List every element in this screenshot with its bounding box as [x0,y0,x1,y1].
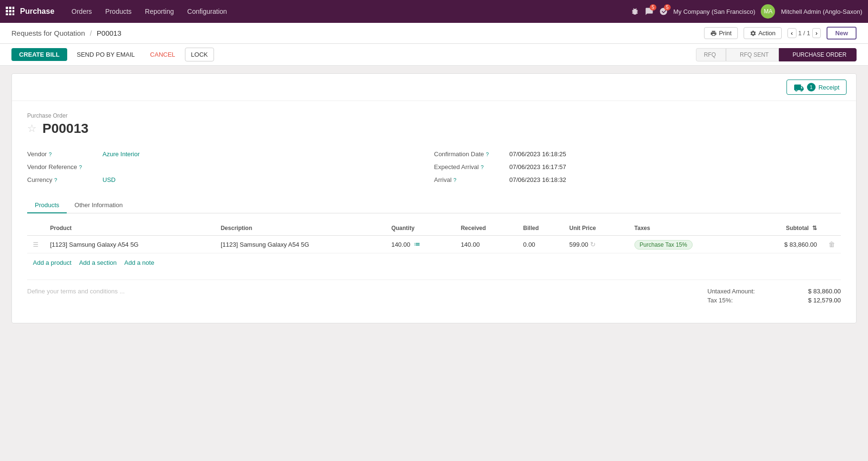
document-body: Purchase Order ☆ P00013 Vendor ? Azure I… [12,101,856,323]
status-rfq-sent[interactable]: RFQ SENT [726,48,779,61]
table-header-row: Product Description Quantity Received Bi… [27,221,841,236]
add-links: Add a product Add a section Add a note [27,253,841,272]
main-content: 1 Receipt Purchase Order ☆ P00013 [0,66,868,331]
col-product: Product [44,221,215,236]
next-record-button[interactable]: › [812,28,821,38]
tax-badge[interactable]: Purchase Tax 15% [634,240,693,250]
create-bill-button[interactable]: CREATE BILL [11,48,67,61]
vendor-value[interactable]: Azure Interior [102,150,140,158]
confirmation-date-row: Confirmation Date ? 07/06/2023 16:18:25 [434,148,841,160]
row-description[interactable]: [1123] Samsung Galaxy A54 5G [215,236,386,253]
svg-rect-4 [9,10,11,12]
record-navigation: ‹ 1 / 1 › [787,28,821,38]
svg-rect-2 [12,7,14,9]
document-title-row: ☆ P00013 [27,121,841,136]
tab-products[interactable]: Products [27,198,67,213]
send-po-email-button[interactable]: SEND PO BY EMAIL [71,48,141,61]
vendor-ref-label: Vendor Reference ? [27,163,99,170]
status-purchase-order[interactable]: PURCHASE ORDER [779,48,857,61]
add-product-link[interactable]: Add a product [33,259,71,266]
row-delete[interactable]: 🗑 [823,236,841,253]
user-avatar[interactable]: MA [761,4,775,19]
untaxed-value: $ 83,860.00 [808,288,841,295]
receipt-count: 1 [807,83,816,91]
prev-record-button[interactable]: ‹ [787,28,796,38]
arrival-label: Arrival ? [434,176,506,183]
nav-configuration[interactable]: Configuration [182,6,233,17]
expected-arrival-value: 07/06/2023 16:17:57 [510,163,566,170]
add-section-link[interactable]: Add a section [79,259,117,266]
row-received[interactable]: 140.00 [455,236,518,253]
record-position: 1 / 1 [798,30,810,37]
grid-icon[interactable] [6,7,14,17]
vendor-help-icon[interactable]: ? [49,151,51,157]
col-subtotal: Subtotal ⇅ [747,221,823,236]
vendor-ref-help-icon[interactable]: ? [79,164,82,170]
activity-icon-wrap[interactable]: 5 [659,7,668,16]
bug-icon-wrap[interactable] [631,7,639,16]
confirmation-date-help-icon[interactable]: ? [486,151,489,157]
status-rfq[interactable]: RFQ [696,48,726,61]
tabs: Products Other Information [27,198,841,213]
company-name[interactable]: My Company (San Francisco) [674,8,756,15]
row-unit-price[interactable]: 599.00 ↻ [563,236,629,253]
currency-field-row: Currency ? USD [27,173,434,186]
receipt-button[interactable]: 1 Receipt [786,80,847,95]
receipt-label: Receipt [818,84,839,91]
col-drag [27,221,44,236]
col-description: Description [215,221,386,236]
receipt-bar: 1 Receipt [12,74,856,101]
row-product[interactable]: [1123] Samsung Galaxy A54 5G [44,236,215,253]
breadcrumb-parent[interactable]: Requests for Quotation [11,29,85,37]
header-actions: Print Action ‹ 1 / 1 › New [704,27,857,40]
tax-value: $ 12,579.00 [808,297,841,304]
svg-rect-1 [9,7,11,9]
arrival-help-icon[interactable]: ? [453,177,456,183]
favorite-star-icon[interactable]: ☆ [27,122,37,135]
col-billed: Billed [518,221,564,236]
user-name[interactable]: Mitchell Admin (Anglo-Saxon) [781,8,862,15]
top-navigation: Purchase Orders Products Reporting Confi… [0,0,868,23]
activity-badge: 5 [664,4,671,10]
nav-reporting[interactable]: Reporting [139,6,180,17]
arrival-value: 07/06/2023 16:18:32 [510,176,566,183]
add-note-link[interactable]: Add a note [124,259,154,266]
svg-rect-5 [12,10,14,12]
vendor-ref-field-row: Vendor Reference ? [27,160,434,173]
row-billed[interactable]: 0.00 [518,236,564,253]
tab-other-information[interactable]: Other Information [67,198,130,213]
svg-rect-3 [6,10,8,12]
sort-icon[interactable]: ⇅ [812,225,817,231]
chat-badge: 5 [650,4,656,10]
terms-placeholder[interactable]: Define your terms and conditions ... [27,288,125,295]
print-button[interactable]: Print [704,27,738,39]
row-quantity[interactable]: 140.00 [386,236,455,253]
nav-products[interactable]: Products [100,6,137,17]
document-subtitle: Purchase Order [27,112,841,119]
cancel-button[interactable]: CANCEL [144,48,181,61]
currency-help-icon[interactable]: ? [54,177,57,183]
chat-icon-wrap[interactable]: 5 [645,7,654,16]
forecast-icon[interactable] [414,241,420,248]
col-taxes: Taxes [629,221,747,236]
action-button[interactable]: Action [744,27,782,39]
col-received: Received [455,221,518,236]
delete-row-button[interactable]: 🗑 [828,241,835,248]
vendor-field-row: Vendor ? Azure Interior [27,148,434,160]
row-drag-handle[interactable]: ☰ [27,236,44,253]
new-button[interactable]: New [827,27,857,40]
breadcrumb-bar: Requests for Quotation / P00013 Print Ac… [0,23,868,44]
reset-price-button[interactable]: ↻ [590,241,596,248]
totals-section: Untaxed Amount: $ 83,860.00 Tax 15%: $ 1… [707,288,841,304]
row-taxes[interactable]: Purchase Tax 15% [629,236,747,253]
svg-rect-6 [6,13,8,15]
lock-button[interactable]: LOCK [185,48,214,61]
document-number: P00013 [42,121,89,136]
nav-orders[interactable]: Orders [66,6,98,17]
currency-value[interactable]: USD [102,176,115,183]
vendor-label: Vendor ? [27,150,99,158]
app-title: Purchase [20,7,54,16]
expected-arrival-help-icon[interactable]: ? [480,164,483,170]
fields-left: Vendor ? Azure Interior Vendor Reference… [27,148,434,186]
terms-and-totals: Define your terms and conditions ... Unt… [27,280,841,311]
